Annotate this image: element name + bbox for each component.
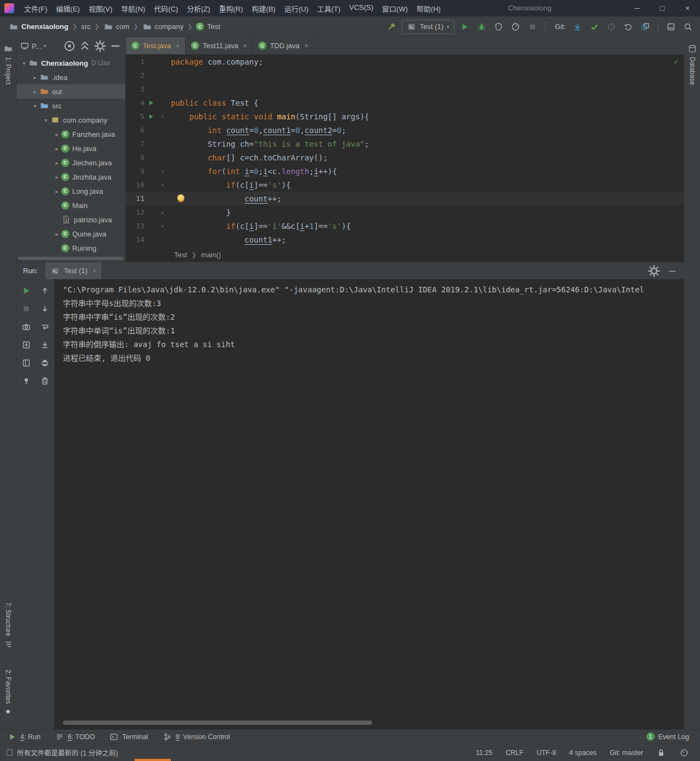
run-with-coverage-button[interactable] <box>492 20 505 33</box>
wrap-button[interactable] <box>38 320 52 334</box>
tree-item-quine-java[interactable]: ▸CQuine.java <box>16 227 125 241</box>
toolwindow-button-favorites[interactable]: 2: Favorites ★ <box>0 670 16 716</box>
debug-button[interactable] <box>475 20 488 33</box>
toolwindow-button-database[interactable]: Database <box>684 44 700 85</box>
toolwindow-button-run[interactable]: 4: Run <box>0 730 48 743</box>
editor-breadcrumb-0[interactable]: Test <box>174 251 187 259</box>
encoding-indicator[interactable]: UTF-8 <box>536 749 556 757</box>
run-settings-button[interactable] <box>647 264 661 278</box>
menu-item-5[interactable]: 分析(Z) <box>182 1 215 16</box>
intention-bulb-icon[interactable] <box>177 194 184 201</box>
breadcrumb-item-test[interactable]: CTest <box>195 21 221 32</box>
tree-item-main[interactable]: CMain <box>16 198 125 212</box>
up-button[interactable] <box>38 284 52 298</box>
expand-arrow-icon[interactable]: ▸ <box>53 131 61 137</box>
lock-icon[interactable] <box>656 748 666 758</box>
project-view-selector[interactable]: P... ▾ <box>20 41 46 51</box>
hide-panel-button[interactable] <box>109 39 122 53</box>
layout-button[interactable] <box>19 356 33 370</box>
git-branch-indicator[interactable]: Git: master <box>610 749 643 757</box>
maximize-window-button[interactable]: □ <box>650 0 675 16</box>
camera-button[interactable] <box>19 320 33 334</box>
tree-item-he-java[interactable]: ▸CHe.java <box>16 141 125 155</box>
expand-arrow-icon[interactable]: ▸ <box>53 174 61 180</box>
editor-tab-test11-java[interactable]: CTest11.java× <box>186 37 253 54</box>
git-commit-button[interactable] <box>588 20 601 33</box>
breadcrumb-item-chenxiaolong[interactable]: Chenxiaolong <box>8 21 70 33</box>
search-everywhere-button[interactable] <box>681 20 695 33</box>
trash-button[interactable] <box>38 374 52 388</box>
run-button[interactable] <box>458 20 471 33</box>
tree-item-jinzhita-java[interactable]: ▸CJinzhita.java <box>16 170 125 184</box>
git-rollback-button[interactable] <box>622 20 635 33</box>
close-window-button[interactable]: × <box>675 0 700 16</box>
breadcrumb-item-src[interactable]: src <box>80 21 91 32</box>
menu-item-6[interactable]: 重构(R) <box>215 1 247 16</box>
line-separator-indicator[interactable]: CRLF <box>506 749 524 757</box>
editor-breadcrumb-1[interactable]: main() <box>201 251 221 259</box>
console-output[interactable]: "C:\Program Files\Java\jdk-12.0.2\bin\ja… <box>55 279 684 718</box>
run-tab[interactable]: Test (1) × <box>45 262 101 279</box>
menu-item-12[interactable]: 帮助(H) <box>412 1 445 16</box>
console-scrollbar[interactable] <box>63 720 372 725</box>
memory-indicator-icon[interactable] <box>679 748 689 758</box>
tree-item-ruining[interactable]: CRuining <box>16 241 125 255</box>
menu-item-8[interactable]: 运行(U) <box>280 1 313 16</box>
toolwindow-button-version-control[interactable]: 9: Version Control <box>155 730 237 743</box>
event-log-button[interactable]: 1Event Log <box>646 733 700 741</box>
menu-item-11[interactable]: 窗口(W) <box>378 1 412 16</box>
fold-marker[interactable]: ▾ <box>158 223 167 229</box>
toolwindow-toggle-icon[interactable] <box>7 750 13 756</box>
run-line-icon[interactable] <box>144 114 158 119</box>
tree-item-chenxiaolong[interactable]: ▾ChenxiaolongD:\Jav <box>16 56 125 70</box>
close-tab-icon[interactable]: × <box>304 42 308 50</box>
fold-marker[interactable]: ▴ <box>158 210 167 215</box>
scrollend-button[interactable] <box>38 338 52 352</box>
git-history-button[interactable] <box>605 20 618 33</box>
minimize-window-button[interactable]: ─ <box>624 0 650 16</box>
menu-item-0[interactable]: 文件(F) <box>20 1 52 16</box>
tree-item-patrizio-java[interactable]: Jpatrizio.java <box>16 212 125 227</box>
close-tab-icon[interactable]: × <box>243 42 247 50</box>
tree-item-fanzhen-java[interactable]: ▸CFanzhen.java <box>16 127 125 141</box>
down-button[interactable] <box>38 302 52 316</box>
run-line-icon[interactable] <box>144 100 158 106</box>
tree-item-com-company[interactable]: ▾com.company <box>16 113 125 127</box>
tree-item-out[interactable]: ▸out <box>16 84 125 99</box>
expand-arrow-icon[interactable]: ▾ <box>42 117 50 123</box>
fold-marker[interactable]: ▾ <box>158 182 167 188</box>
toolwindow-button-project[interactable]: 1: Project <box>0 44 16 85</box>
close-tab-icon[interactable]: × <box>176 42 180 50</box>
expand-arrow-icon[interactable]: ▸ <box>53 160 61 166</box>
menu-item-3[interactable]: 导航(N) <box>117 1 149 16</box>
menu-item-2[interactable]: 视图(V) <box>84 1 117 16</box>
indent-indicator[interactable]: 4 spaces <box>569 749 597 757</box>
menu-item-4[interactable]: 代码(C) <box>149 1 182 16</box>
expand-arrow-icon[interactable]: ▸ <box>53 231 61 237</box>
expand-arrow-icon[interactable]: ▸ <box>31 74 39 80</box>
toolwindows-button[interactable] <box>664 20 678 33</box>
editor-tab-test-java[interactable]: CTest.java× <box>126 37 186 54</box>
import-button[interactable] <box>19 338 33 352</box>
fold-marker[interactable]: ▾ <box>158 114 167 119</box>
close-run-tab-icon[interactable]: × <box>92 267 96 275</box>
toolwindow-button-structure[interactable]: 7: Structure <box>0 602 16 649</box>
fold-marker[interactable]: ▾ <box>158 169 167 174</box>
locate-file-button[interactable] <box>63 39 76 53</box>
rerun-button[interactable] <box>19 284 33 298</box>
collapse-all-button[interactable] <box>78 39 91 53</box>
hide-run-panel-button[interactable]: ─ <box>669 266 675 276</box>
project-tree-scrollbar[interactable] <box>18 257 123 260</box>
panel-settings-button[interactable] <box>94 39 107 53</box>
expand-arrow-icon[interactable]: ▸ <box>31 89 39 95</box>
code-editor[interactable]: ✓ 1package com.company;234public class T… <box>126 55 684 247</box>
tree-item-long-java[interactable]: ▸CLong.java <box>16 184 125 198</box>
menu-item-7[interactable]: 构建(B) <box>247 1 280 16</box>
pin-button[interactable] <box>19 374 33 388</box>
run-configuration-selector[interactable]: Test (1)▾ <box>402 20 454 34</box>
editor-tab-tdd-java[interactable]: CTDD.java× <box>253 37 314 54</box>
tree-item-jiechen-java[interactable]: ▸CJiechen.java <box>16 155 125 170</box>
stop-button[interactable] <box>19 302 33 316</box>
build-project-button[interactable] <box>385 20 398 33</box>
git-update-button[interactable] <box>571 20 584 33</box>
